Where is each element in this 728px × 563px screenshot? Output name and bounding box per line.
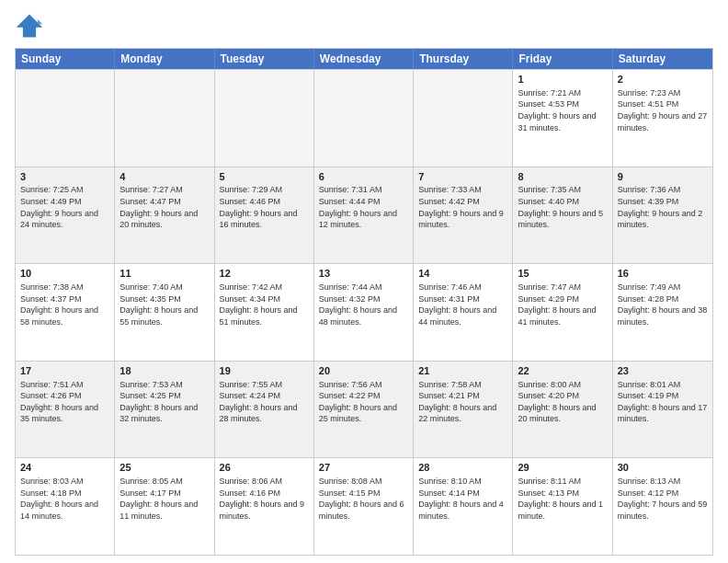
cell-info: Sunrise: 7:55 AMSunset: 4:24 PMDaylight:… [220, 379, 309, 425]
day-number: 10 [20, 267, 109, 281]
day-number: 25 [119, 461, 209, 475]
calendar-cell: 5Sunrise: 7:29 AMSunset: 4:46 PMDaylight… [215, 167, 314, 264]
logo [15, 11, 48, 40]
day-number: 7 [418, 170, 507, 184]
cell-info: Sunrise: 7:53 AMSunset: 4:25 PMDaylight:… [119, 379, 209, 425]
cell-info: Sunrise: 7:25 AMSunset: 4:49 PMDaylight:… [20, 184, 109, 230]
cell-info: Sunrise: 7:42 AMSunset: 4:34 PMDaylight:… [220, 282, 309, 327]
day-number: 29 [518, 461, 607, 475]
cell-info: Sunrise: 7:58 AMSunset: 4:21 PMDaylight:… [418, 379, 507, 425]
day-number: 20 [319, 364, 408, 378]
cell-info: Sunrise: 7:46 AMSunset: 4:31 PMDaylight:… [418, 282, 507, 327]
calendar-row-4: 24Sunrise: 8:03 AMSunset: 4:18 PMDayligh… [16, 457, 712, 555]
calendar-row-3: 17Sunrise: 7:51 AMSunset: 4:26 PMDayligh… [16, 361, 712, 458]
svg-marker-0 [17, 15, 42, 38]
calendar-cell: 8Sunrise: 7:35 AMSunset: 4:40 PMDaylight… [513, 167, 612, 264]
day-number: 11 [119, 267, 209, 281]
calendar-cell: 29Sunrise: 8:11 AMSunset: 4:13 PMDayligh… [513, 458, 612, 555]
calendar-cell: 18Sunrise: 7:53 AMSunset: 4:25 PMDayligh… [115, 362, 214, 458]
day-number: 3 [20, 170, 109, 184]
day-number: 6 [319, 170, 408, 184]
cell-info: Sunrise: 7:49 AMSunset: 4:28 PMDaylight:… [618, 282, 708, 327]
day-number: 14 [418, 267, 507, 281]
cell-info: Sunrise: 8:00 AMSunset: 4:20 PMDaylight:… [518, 379, 607, 425]
header-cell-thursday: Thursday [414, 49, 513, 69]
cell-info: Sunrise: 7:33 AMSunset: 4:42 PMDaylight:… [418, 184, 507, 230]
calendar-cell: 30Sunrise: 8:13 AMSunset: 4:12 PMDayligh… [613, 458, 712, 555]
calendar-cell [115, 70, 214, 167]
cell-info: Sunrise: 7:56 AMSunset: 4:22 PMDaylight:… [319, 379, 408, 425]
calendar-cell: 26Sunrise: 8:06 AMSunset: 4:16 PMDayligh… [215, 458, 314, 555]
cell-info: Sunrise: 8:08 AMSunset: 4:15 PMDaylight:… [319, 476, 408, 522]
day-number: 23 [618, 364, 708, 378]
cell-info: Sunrise: 8:01 AMSunset: 4:19 PMDaylight:… [618, 379, 708, 425]
calendar-cell [314, 70, 414, 167]
calendar-cell: 20Sunrise: 7:56 AMSunset: 4:22 PMDayligh… [314, 362, 414, 458]
calendar-header: SundayMondayTuesdayWednesdayThursdayFrid… [16, 49, 712, 69]
calendar-cell [16, 70, 115, 167]
calendar-cell: 22Sunrise: 8:00 AMSunset: 4:20 PMDayligh… [513, 362, 612, 458]
day-number: 15 [518, 267, 607, 281]
calendar-cell: 25Sunrise: 8:05 AMSunset: 4:17 PMDayligh… [115, 458, 214, 555]
cell-info: Sunrise: 8:10 AMSunset: 4:14 PMDaylight:… [418, 476, 507, 522]
calendar-cell: 17Sunrise: 7:51 AMSunset: 4:26 PMDayligh… [16, 362, 115, 458]
cell-info: Sunrise: 7:51 AMSunset: 4:26 PMDaylight:… [20, 379, 109, 425]
day-number: 17 [20, 364, 109, 378]
day-number: 24 [20, 461, 109, 475]
day-number: 2 [618, 73, 708, 86]
calendar-cell: 9Sunrise: 7:36 AMSunset: 4:39 PMDaylight… [613, 167, 712, 264]
cell-info: Sunrise: 7:38 AMSunset: 4:37 PMDaylight:… [20, 282, 109, 327]
cell-info: Sunrise: 7:44 AMSunset: 4:32 PMDaylight:… [319, 282, 408, 327]
day-number: 21 [418, 364, 507, 378]
calendar-row-0: 1Sunrise: 7:21 AMSunset: 4:53 PMDaylight… [16, 69, 712, 167]
day-number: 4 [119, 170, 209, 184]
calendar-cell: 12Sunrise: 7:42 AMSunset: 4:34 PMDayligh… [215, 264, 314, 361]
cell-info: Sunrise: 7:29 AMSunset: 4:46 PMDaylight:… [220, 184, 309, 230]
day-number: 13 [319, 267, 408, 281]
day-number: 18 [119, 364, 209, 378]
cell-info: Sunrise: 7:40 AMSunset: 4:35 PMDaylight:… [119, 282, 209, 327]
day-number: 8 [518, 170, 607, 184]
calendar-cell: 15Sunrise: 7:47 AMSunset: 4:29 PMDayligh… [513, 264, 612, 361]
calendar-cell: 7Sunrise: 7:33 AMSunset: 4:42 PMDaylight… [414, 167, 513, 264]
calendar-cell: 10Sunrise: 7:38 AMSunset: 4:37 PMDayligh… [16, 264, 115, 361]
calendar-cell: 3Sunrise: 7:25 AMSunset: 4:49 PMDaylight… [16, 167, 115, 264]
calendar-cell: 28Sunrise: 8:10 AMSunset: 4:14 PMDayligh… [414, 458, 513, 555]
day-number: 28 [418, 461, 507, 475]
calendar-cell: 27Sunrise: 8:08 AMSunset: 4:15 PMDayligh… [314, 458, 414, 555]
cell-info: Sunrise: 7:21 AMSunset: 4:53 PMDaylight:… [518, 87, 607, 133]
calendar-cell: 16Sunrise: 7:49 AMSunset: 4:28 PMDayligh… [613, 264, 712, 361]
day-number: 19 [220, 364, 309, 378]
calendar-cell: 6Sunrise: 7:31 AMSunset: 4:44 PMDaylight… [314, 167, 414, 264]
day-number: 16 [618, 267, 708, 281]
logo-icon [15, 11, 44, 40]
cell-info: Sunrise: 8:05 AMSunset: 4:17 PMDaylight:… [119, 476, 209, 522]
calendar-cell: 1Sunrise: 7:21 AMSunset: 4:53 PMDaylight… [513, 70, 612, 167]
cell-info: Sunrise: 7:23 AMSunset: 4:51 PMDaylight:… [618, 87, 708, 133]
calendar: SundayMondayTuesdayWednesdayThursdayFrid… [15, 48, 713, 556]
calendar-cell: 21Sunrise: 7:58 AMSunset: 4:21 PMDayligh… [414, 362, 513, 458]
calendar-cell: 23Sunrise: 8:01 AMSunset: 4:19 PMDayligh… [613, 362, 712, 458]
day-number: 22 [518, 364, 607, 378]
calendar-cell: 11Sunrise: 7:40 AMSunset: 4:35 PMDayligh… [115, 264, 214, 361]
cell-info: Sunrise: 7:36 AMSunset: 4:39 PMDaylight:… [618, 184, 708, 230]
header-cell-saturday: Saturday [613, 49, 712, 69]
cell-info: Sunrise: 7:27 AMSunset: 4:47 PMDaylight:… [119, 184, 209, 230]
calendar-body: 1Sunrise: 7:21 AMSunset: 4:53 PMDaylight… [16, 69, 712, 555]
calendar-cell [414, 70, 513, 167]
header-cell-tuesday: Tuesday [215, 49, 314, 69]
day-number: 26 [220, 461, 309, 475]
cell-info: Sunrise: 8:13 AMSunset: 4:12 PMDaylight:… [618, 476, 708, 522]
header-cell-monday: Monday [115, 49, 214, 69]
header-cell-friday: Friday [513, 49, 612, 69]
calendar-cell: 19Sunrise: 7:55 AMSunset: 4:24 PMDayligh… [215, 362, 314, 458]
day-number: 5 [220, 170, 309, 184]
header-cell-sunday: Sunday [16, 49, 115, 69]
header-cell-wednesday: Wednesday [314, 49, 414, 69]
cell-info: Sunrise: 8:11 AMSunset: 4:13 PMDaylight:… [518, 476, 607, 522]
calendar-cell: 2Sunrise: 7:23 AMSunset: 4:51 PMDaylight… [613, 70, 712, 167]
cell-info: Sunrise: 8:06 AMSunset: 4:16 PMDaylight:… [220, 476, 309, 522]
day-number: 12 [220, 267, 309, 281]
calendar-cell: 13Sunrise: 7:44 AMSunset: 4:32 PMDayligh… [314, 264, 414, 361]
calendar-cell: 14Sunrise: 7:46 AMSunset: 4:31 PMDayligh… [414, 264, 513, 361]
